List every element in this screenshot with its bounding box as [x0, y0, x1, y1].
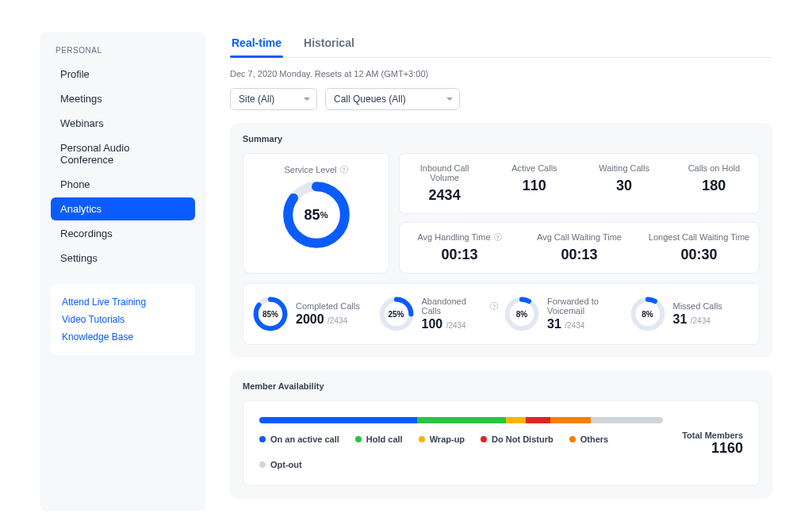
availability-segment	[417, 417, 506, 423]
total-members: Total Members 1160	[682, 431, 743, 457]
filter-bar: Site (All) Call Queues (All)	[230, 88, 772, 110]
sidebar-item-audio-conference[interactable]: Personal Audio Conference	[51, 136, 195, 171]
sidebar-item-phone[interactable]: Phone	[51, 173, 195, 196]
main-content: Real-time Historical Dec 7, 2020 Monday.…	[230, 32, 772, 511]
site-select-value: Site (All)	[239, 94, 274, 105]
stat-completed: 85% Completed Calls2000 /2434	[253, 297, 373, 331]
site-select[interactable]: Site (All)	[230, 88, 317, 110]
availability-segment	[506, 417, 526, 423]
availability-segment	[550, 417, 591, 423]
legend-item: Do Not Disturb	[481, 434, 553, 444]
legend-dot-icon	[569, 436, 576, 442]
service-level-card: Service Level ? 85%	[243, 153, 389, 274]
info-icon[interactable]: ?	[340, 166, 348, 174]
availability-card: On an active callHold callWrap-upDo Not …	[243, 400, 760, 486]
legend-item: Opt-out	[259, 460, 302, 469]
stat-avg-wait: Avg Call Waiting Time 00:13	[519, 223, 639, 273]
stat-avg-handling: Avg Handling Time ? 00:13	[400, 223, 519, 273]
availability-legend: On an active callHold callWrap-upDo Not …	[259, 434, 663, 469]
stat-row-bottom: Avg Handling Time ? 00:13 Avg Call Waiti…	[399, 222, 760, 274]
legend-item: Others	[569, 434, 608, 444]
date-line: Dec 7, 2020 Monday. Resets at 12 AM (GMT…	[230, 69, 772, 78]
stat-active: Active Calls 110	[489, 154, 579, 213]
chevron-down-icon	[446, 98, 453, 101]
sidebar-item-meetings[interactable]: Meetings	[51, 87, 195, 110]
stat-abandoned: 25% Abandoned Calls ?100 /2434	[379, 297, 499, 331]
help-box: Attend Live Training Video Tutorials Kno…	[51, 284, 195, 355]
queues-select[interactable]: Call Queues (All)	[325, 88, 460, 110]
help-link-training[interactable]: Attend Live Training	[62, 293, 184, 311]
stat-longest-wait: Longest Call Waiting Time 00:30	[639, 223, 759, 273]
queues-select-value: Call Queues (All)	[334, 94, 406, 105]
service-level-donut: 85%	[282, 181, 350, 249]
availability-segment	[591, 417, 664, 423]
availability-section: Member Availability On an active callHol…	[230, 370, 772, 499]
legend-item: On an active call	[259, 434, 339, 444]
service-level-label: Service Level ?	[284, 165, 347, 174]
legend-dot-icon	[259, 461, 266, 468]
sidebar-item-settings[interactable]: Settings	[51, 247, 195, 270]
stat-missed: 8% Missed Calls31 /2434	[630, 297, 750, 331]
summary-section: Summary Service Level ? 85%	[230, 123, 772, 358]
availability-segment	[259, 417, 417, 423]
info-icon[interactable]: ?	[490, 302, 498, 310]
stat-forwarded: 8% Forwarded to Voicemail31 /2434	[504, 297, 624, 331]
stat-inbound: Inbound Call Volume 2434	[400, 154, 489, 213]
info-icon[interactable]: ?	[494, 233, 502, 241]
sidebar-item-webinars[interactable]: Webinars	[51, 112, 195, 135]
sidebar: PERSONAL Profile Meetings Webinars Perso…	[40, 32, 206, 511]
tab-realtime[interactable]: Real-time	[230, 32, 283, 57]
legend-dot-icon	[355, 436, 362, 442]
sidebar-nav: Profile Meetings Webinars Personal Audio…	[51, 63, 195, 270]
legend-item: Wrap-up	[419, 434, 465, 444]
help-link-tutorials[interactable]: Video Tutorials	[62, 311, 184, 328]
availability-title: Member Availability	[243, 381, 760, 391]
tab-historical[interactable]: Historical	[302, 32, 356, 57]
sidebar-item-recordings[interactable]: Recordings	[51, 222, 195, 245]
legend-dot-icon	[419, 436, 425, 442]
availability-bar	[259, 417, 663, 423]
sidebar-item-profile[interactable]: Profile	[51, 63, 195, 86]
stat-waiting: Waiting Calls 30	[580, 154, 669, 213]
tabs: Real-time Historical	[230, 32, 772, 58]
help-link-kb[interactable]: Knowledge Base	[62, 328, 184, 346]
stat-hold: Calls on Hold 180	[669, 154, 759, 213]
call-stats-row: 85% Completed Calls2000 /2434 25% Abando…	[243, 283, 760, 345]
legend-dot-icon	[259, 436, 266, 442]
stat-row-top: Inbound Call Volume 2434 Active Calls 11…	[399, 153, 760, 214]
availability-segment	[526, 417, 550, 423]
chevron-down-icon	[304, 98, 310, 101]
summary-title: Summary	[243, 134, 760, 144]
sidebar-item-analytics[interactable]: Analytics	[51, 197, 195, 220]
legend-item: Hold call	[355, 434, 403, 444]
sidebar-heading: PERSONAL	[51, 46, 195, 55]
legend-dot-icon	[481, 436, 487, 442]
